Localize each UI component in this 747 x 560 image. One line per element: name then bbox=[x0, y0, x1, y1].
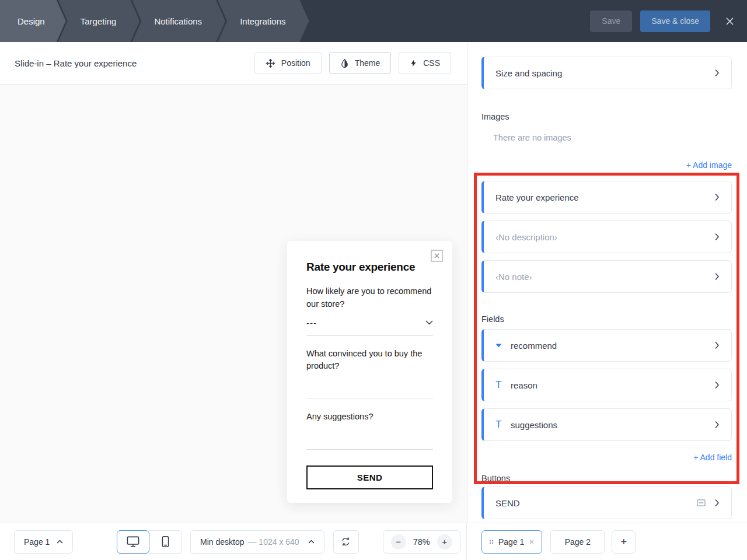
add-field-link[interactable]: + Add field bbox=[481, 453, 732, 462]
field-name: recommend bbox=[511, 341, 557, 351]
field-name: reason bbox=[511, 380, 537, 390]
recommend-select-value: --- bbox=[306, 318, 317, 328]
theme-button[interactable]: Theme bbox=[329, 52, 392, 74]
chevron-right-icon bbox=[715, 499, 720, 507]
topbar-actions: Save Save & close bbox=[590, 0, 734, 42]
button-card-label: SEND bbox=[495, 498, 520, 508]
chevron-right-icon bbox=[715, 273, 720, 281]
close-page-icon[interactable] bbox=[529, 539, 535, 545]
reason-question-label: What convinced you to buy the product? bbox=[306, 348, 433, 373]
text-description-card[interactable]: ‹No description› bbox=[481, 220, 732, 253]
main-area: Slide-in – Rate your experience Position bbox=[0, 42, 747, 523]
field-name: suggestions bbox=[511, 420, 557, 430]
button-card-send[interactable]: SEND bbox=[481, 487, 732, 519]
add-page-button[interactable]: + bbox=[612, 530, 636, 554]
desktop-view-button[interactable] bbox=[117, 530, 149, 554]
editor-column: Slide-in – Rate your experience Position bbox=[0, 42, 467, 523]
text-field-icon: T bbox=[495, 379, 511, 391]
css-button-label: CSS bbox=[423, 58, 440, 68]
send-button[interactable]: SEND bbox=[306, 466, 433, 489]
preview-title: Rate your experience bbox=[306, 261, 433, 274]
position-button-label: Position bbox=[281, 58, 310, 68]
slide-in-preview: Rate your experience How likely are you … bbox=[287, 241, 452, 503]
field-card-suggestions[interactable]: T suggestions bbox=[481, 408, 732, 441]
text-description-value: ‹No description› bbox=[495, 232, 557, 242]
chevron-right-icon bbox=[715, 69, 720, 77]
zoom-level-value: 78% bbox=[413, 537, 430, 547]
text-title-value: Rate your experience bbox=[495, 192, 579, 202]
zoom-out-button[interactable]: − bbox=[391, 534, 406, 550]
tab-design[interactable]: Design bbox=[0, 0, 66, 42]
page-tab-label: Page 1 bbox=[498, 537, 524, 547]
images-section-label: Images bbox=[481, 112, 732, 121]
chevron-right-icon bbox=[715, 342, 720, 349]
page-selector-dropdown[interactable]: Page 1 bbox=[14, 530, 73, 554]
size-and-spacing-label: Size and spacing bbox=[495, 68, 562, 78]
chevron-up-icon bbox=[57, 540, 63, 544]
tab-targeting[interactable]: Targeting bbox=[58, 0, 140, 42]
reason-input[interactable] bbox=[306, 398, 433, 398]
tab-integrations[interactable]: Integrations bbox=[218, 0, 309, 42]
mobile-view-button[interactable] bbox=[149, 530, 182, 554]
images-empty-text: There are no images bbox=[481, 133, 732, 142]
suggestions-input[interactable] bbox=[306, 449, 433, 450]
field-card-reason[interactable]: T reason bbox=[481, 369, 732, 401]
field-card-recommend[interactable]: recommend bbox=[481, 329, 732, 362]
theme-button-label: Theme bbox=[355, 58, 381, 68]
form-icon bbox=[697, 499, 706, 507]
recommend-question-label: How likely are you to recommend our stor… bbox=[306, 285, 433, 311]
close-editor-icon[interactable] bbox=[725, 17, 734, 26]
add-image-link[interactable]: + Add image bbox=[481, 160, 732, 170]
mobile-icon bbox=[162, 536, 169, 548]
preview-canvas: Rate your experience How likely are you … bbox=[0, 85, 467, 523]
move-icon bbox=[266, 58, 275, 68]
recommend-select[interactable]: --- bbox=[306, 318, 433, 336]
text-field-icon: T bbox=[495, 419, 511, 430]
bottom-bar-left: Page 1 Min desktop — bbox=[0, 523, 467, 560]
save-close-button[interactable]: Save & close bbox=[640, 10, 710, 32]
size-and-spacing-card[interactable]: Size and spacing bbox=[481, 57, 732, 89]
bottom-bar: Page 1 Min desktop — bbox=[0, 523, 747, 560]
desktop-icon bbox=[127, 536, 139, 548]
buttons-section-label: Buttons bbox=[481, 474, 732, 483]
chevron-up-icon bbox=[308, 540, 315, 544]
save-button[interactable]: Save bbox=[590, 10, 632, 32]
device-toggle bbox=[117, 530, 182, 554]
page-tab-label: Page 2 bbox=[565, 537, 591, 547]
chevron-right-icon bbox=[715, 194, 720, 201]
text-title-card[interactable]: Rate your experience bbox=[481, 181, 732, 214]
lightning-icon bbox=[410, 58, 417, 68]
page-tab-1[interactable]: Page 1 bbox=[481, 530, 542, 554]
refresh-icon bbox=[341, 537, 351, 547]
text-note-card[interactable]: ‹No note› bbox=[481, 260, 732, 293]
preview-close-icon[interactable] bbox=[431, 250, 443, 262]
toolbar-buttons: Position Theme bbox=[254, 52, 451, 74]
viewport-size-label: Min desktop bbox=[200, 537, 244, 547]
chevron-right-icon bbox=[715, 421, 720, 429]
viewport-size-dimensions: — 1024 x 640 bbox=[248, 537, 299, 547]
zoom-control: − 78% + bbox=[383, 530, 460, 554]
fields-section-label: Fields bbox=[481, 314, 732, 324]
chevron-down-icon bbox=[425, 320, 433, 325]
send-card-icons bbox=[697, 499, 720, 507]
text-note-value: ‹No note› bbox=[495, 272, 532, 282]
tab-notifications[interactable]: Notifications bbox=[132, 0, 225, 42]
page-title: Slide-in – Rate your experience bbox=[15, 58, 137, 68]
top-navigation-bar: Design Targeting Notifications Integrati… bbox=[0, 0, 747, 42]
settings-sidebar: Size and spacing Images There are no ima… bbox=[467, 42, 747, 523]
zoom-in-button[interactable]: + bbox=[437, 534, 452, 550]
chevron-right-icon bbox=[715, 382, 720, 389]
page-tab-2[interactable]: Page 2 bbox=[550, 530, 605, 554]
wizard-steps: Design Targeting Notifications Integrati… bbox=[0, 0, 309, 42]
bottom-bar-pages: Page 1 Page 2 + bbox=[467, 523, 747, 560]
contrast-droplet-icon bbox=[340, 58, 349, 68]
popup-builder-app: Design Targeting Notifications Integrati… bbox=[0, 0, 747, 560]
editor-toolbar: Slide-in – Rate your experience Position bbox=[0, 42, 467, 85]
position-button[interactable]: Position bbox=[254, 52, 322, 74]
refresh-preview-button[interactable] bbox=[333, 530, 359, 554]
suggestions-question-label: Any suggestions? bbox=[306, 411, 433, 424]
dropdown-field-icon bbox=[495, 344, 511, 348]
viewport-size-dropdown[interactable]: Min desktop — 1024 x 640 bbox=[190, 530, 324, 554]
css-button[interactable]: CSS bbox=[399, 52, 451, 74]
page-selector-value: Page 1 bbox=[24, 537, 50, 547]
